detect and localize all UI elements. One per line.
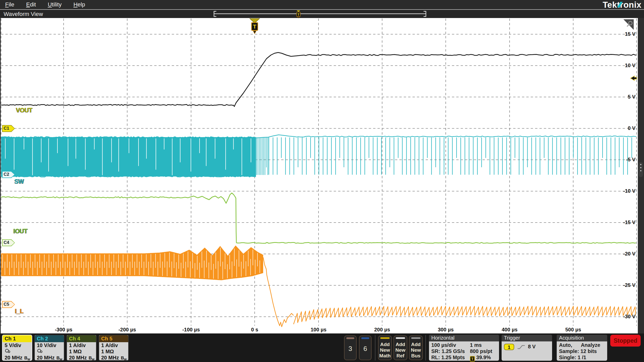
separator <box>375 335 375 360</box>
record-view-minimap[interactable]: T <box>0 10 644 19</box>
channel4-impedance: 1 MΩ <box>67 348 96 355</box>
menu-bar: File Edit Utility Help Tektronix <box>0 0 644 9</box>
add-new-math-button[interactable]: Add New Math <box>378 335 392 360</box>
channel1-panel[interactable]: Ch 1 5 V/div 20 MHz BW <box>2 335 32 361</box>
bandwidth-limit-badge: BW <box>24 355 30 362</box>
horizontal-scale: 100 µs/div <box>431 342 470 348</box>
channel5-bandwidth: 20 MHz <box>101 355 119 360</box>
svg-text:T: T <box>297 13 299 16</box>
bandwidth-limit-badge: BW <box>56 355 62 362</box>
bottom-control-bar: Ch 1 5 V/div 20 MHz BW Ch 2 10 V/div 20 … <box>0 333 644 362</box>
acquisition-single: Single: 1 /1 <box>559 354 607 360</box>
channel1-reference-marker[interactable]: C1 <box>2 125 15 132</box>
resolution: 800 ps/pt <box>470 348 492 354</box>
channel1-header: Ch 1 <box>3 335 32 342</box>
trigger-mini-icon: T <box>470 356 475 361</box>
channel5-impedance: 1 MΩ <box>99 348 128 355</box>
horizontal-title: Horizontal <box>429 335 499 341</box>
bandwidth-limit-badge: BW <box>121 355 127 362</box>
minimap-trigger-marker[interactable]: T <box>297 10 300 18</box>
acquisition-title: Acquisition <box>557 335 607 341</box>
channel2-scale: 10 V/div <box>35 342 64 348</box>
channel2-reference-marker[interactable]: C2 <box>2 171 15 178</box>
channel5-scale: 1 A/div <box>99 342 128 348</box>
menu-edit[interactable]: Edit <box>26 1 36 8</box>
scope-graticule-and-traces <box>0 0 644 362</box>
waveform-view-titlebar: Waveform View T <box>0 9 644 18</box>
channel4-header: Ch 4 <box>67 335 96 342</box>
acquisition-sample: Sample: 12 bits <box>559 348 607 354</box>
bandwidth-limit-badge: BW <box>89 355 95 362</box>
tektronix-logo: Tektronix <box>603 0 641 10</box>
probe-icon <box>5 348 11 354</box>
menu-utility[interactable]: Utility <box>48 1 62 8</box>
rising-edge-icon <box>517 344 526 350</box>
channel1-bandwidth: 20 MHz <box>5 355 22 360</box>
svg-text:T: T <box>253 23 256 30</box>
channel3-add-button[interactable]: 3 <box>344 335 357 360</box>
trace-I_L <box>1 246 636 327</box>
acquisition-panel[interactable]: Acquisition Auto, Analyze Sample: 12 bit… <box>557 335 607 361</box>
acquisition-analyze: Analyze <box>581 342 600 348</box>
channel5-reference-marker[interactable]: C5 <box>2 301 15 308</box>
channel4-scale: 1 A/div <box>67 342 96 348</box>
separator <box>425 335 426 360</box>
channel6-add-button[interactable]: 6 <box>359 335 372 360</box>
trigger-source-badge: 1 <box>504 344 514 350</box>
channel2-panel[interactable]: Ch 2 10 V/div 20 MHz BW <box>34 335 64 361</box>
channel5-panel[interactable]: Ch 5 1 A/div 1 MΩ 20 MHz BW <box>99 335 129 361</box>
channel4-panel[interactable]: Ch 4 1 A/div 1 MΩ 20 MHz BW <box>66 335 97 361</box>
trigger-position-percent: 39.9% <box>476 355 491 360</box>
channel4-reference-marker[interactable]: C4 <box>2 239 15 246</box>
horizontal-panel[interactable]: Horizontal 100 µs/div 1 ms SR: 1.25 GS/s… <box>429 335 499 361</box>
trigger-panel[interactable]: Trigger 1 8 V <box>502 335 552 361</box>
trigger-level: 8 V <box>528 344 536 349</box>
sample-rate: SR: 1.25 GS/s <box>431 348 470 354</box>
record-length: RL: 1.25 Mpts <box>431 354 470 361</box>
channel1-scale: 5 V/div <box>3 342 32 348</box>
add-new-ref-button[interactable]: Add New Ref <box>393 335 407 360</box>
stopped-status-button[interactable]: Stopped <box>610 335 641 347</box>
drag-handle[interactable] <box>639 162 643 177</box>
channel2-bandwidth: 20 MHz <box>37 355 55 360</box>
channel4-bandwidth: 20 MHz <box>69 355 87 360</box>
trigger-title: Trigger <box>502 335 552 341</box>
menu-file[interactable]: File <box>5 1 14 8</box>
channel2-header: Ch 2 <box>35 335 64 342</box>
add-new-bus-button[interactable]: Add New Bus <box>409 335 423 360</box>
horizontal-duration: 1 ms <box>470 342 482 348</box>
acquisition-mode: Auto, <box>559 342 572 348</box>
menu-help[interactable]: Help <box>73 1 85 8</box>
trace-IOUT <box>1 193 636 243</box>
channel5-header: Ch 5 <box>99 335 128 342</box>
probe-icon <box>37 348 44 354</box>
